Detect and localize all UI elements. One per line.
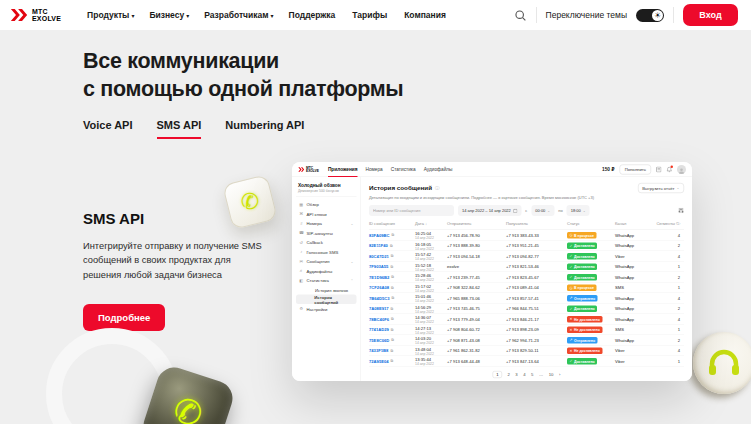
page-button[interactable]: 3 [515, 372, 517, 377]
copy-icon[interactable]: ⧉ [391, 285, 394, 290]
page-button[interactable]: 5 [531, 372, 533, 377]
table-row[interactable]: 82E11F40⧉ 16:18:0514 апр 2022 +7 913 888… [369, 241, 684, 252]
date-range-picker[interactable]: 14 апр 2022 – 14 апр 2022 [458, 205, 521, 216]
document-icon[interactable] [656, 166, 662, 172]
copy-icon[interactable]: ⧉ [390, 243, 393, 248]
copy-icon[interactable]: ⧉ [390, 264, 393, 269]
message-id-link[interactable]: 7CF26A08⧉ [369, 285, 415, 290]
avatar[interactable] [677, 165, 686, 174]
copy-icon[interactable]: ⧉ [391, 338, 394, 343]
sidebar-item[interactable]: ☎ SIP-аккаунты [296, 228, 357, 238]
logo-text: МТС EXOLVE [32, 8, 61, 23]
copy-icon[interactable]: ⧉ [391, 275, 394, 280]
nav-item[interactable]: Компания [404, 10, 448, 20]
table-row[interactable]: 7F903A55⧉ 15:52:1814 апр 2022 exolve +7 … [369, 262, 684, 273]
copy-icon[interactable]: ⧉ [391, 317, 394, 322]
message-id-link[interactable]: 7741AD29⧉ [369, 327, 415, 332]
search-input[interactable] [369, 205, 454, 216]
copy-icon[interactable]: ⧉ [392, 296, 395, 301]
sidebar-item[interactable]: ▦ Обзор [296, 200, 357, 210]
table-row[interactable]: 80C47D21⧉ 15:57:4214 апр 2022 +7 913 094… [369, 251, 684, 262]
copy-icon[interactable]: ⧉ [391, 327, 394, 332]
table-row[interactable]: 7CF26A08⧉ 15:17:0214 апр 2022 +7 908 322… [369, 283, 684, 294]
dashboard-nav-item[interactable]: Приложения [328, 162, 358, 177]
table-row[interactable]: 78BC40F6⧉ 14:36:0714 апр 2022 +7 913 779… [369, 314, 684, 325]
theme-toggle[interactable]: ☀ [636, 9, 664, 22]
sidebar-item[interactable]: ♬ Аудиофайлы [296, 266, 357, 276]
sidebar-item[interactable]: ⚙ Настройки [296, 304, 357, 314]
sidebar-item[interactable]: ✉ Сообщения ⌄ [296, 257, 357, 267]
message-id-link[interactable]: 7F903A55⧉ [369, 264, 415, 269]
table-body: 83FA09BC⧉ 16:25:0414 апр 2022 +7 913 456… [369, 230, 684, 367]
tab[interactable]: SMS API [157, 119, 202, 139]
nav-item[interactable]: Разработчикам ▾ [204, 10, 273, 20]
export-report-button[interactable]: Выгрузить отчёт ⌄ [638, 183, 684, 193]
page-button[interactable]: 4 [523, 372, 525, 377]
page-button[interactable]: 10 [549, 372, 554, 377]
status-cell: ✓Доставлено [567, 305, 615, 312]
sidebar-item-icon: ▦ [299, 202, 304, 207]
search-icon[interactable] [514, 9, 527, 22]
dashboard-nav-item[interactable]: Номера [365, 162, 382, 177]
dashboard-nav-item[interactable]: Аудиофайлы [424, 162, 453, 177]
login-button[interactable]: Вход [683, 4, 738, 26]
sender-cell: +7 913 888-39-80 [447, 243, 506, 248]
page-button[interactable]: 2 [507, 372, 509, 377]
message-id-link[interactable]: 75E8C06D⧉ [369, 338, 415, 343]
dashboard-logo[interactable]: МТС EXOLVE [298, 166, 319, 173]
message-id-link[interactable]: 7E1D96B2⧉ [369, 275, 415, 280]
nav-item[interactable]: Бизнесу ▾ [149, 10, 189, 20]
chevron-down-icon: ▾ [271, 12, 274, 19]
status-cell: ✓Доставлено [567, 263, 615, 270]
copy-icon[interactable]: ⧉ [392, 233, 395, 238]
message-id-link[interactable]: 83FA09BC⧉ [369, 233, 415, 238]
table-row[interactable]: 72A95E04⧉ 13:35:4414 апр 2022 +7 913 648… [369, 356, 684, 367]
table-row[interactable]: 7A08E917⧉ 14:56:2914 апр 2022 +7 913 745… [369, 304, 684, 315]
copy-icon[interactable]: ⧉ [390, 348, 393, 353]
table-row[interactable]: 7B64D5C3⧉ 15:01:4614 апр 2022 +7 965 888… [369, 293, 684, 304]
sidebar-item[interactable]: История звонков [296, 285, 357, 295]
table-row[interactable]: 7741AD29⧉ 14:27:1314 апр 2022 +7 908 804… [369, 325, 684, 336]
page-button[interactable]: … [539, 372, 543, 377]
theme-label: Переключение темы [546, 10, 627, 20]
sidebar-item[interactable]: ♪ Голосовые SMS [296, 247, 357, 257]
time-to-select[interactable]: 18:00⌄ [567, 205, 590, 216]
table-row[interactable]: 7433F1B8⧉ 13:48:0414 апр 2022 +7 961 862… [369, 346, 684, 357]
message-id-link[interactable]: 7433F1B8⧉ [369, 348, 415, 353]
nav-item[interactable]: Продукты ▾ [87, 10, 134, 20]
channel-cell: WhatsApp [615, 243, 656, 248]
sidebar-item[interactable]: # Номера ⌄ [296, 219, 357, 229]
dashboard-nav-item[interactable]: Статистика [391, 162, 416, 177]
message-id-link[interactable]: 82E11F40⧉ [369, 243, 415, 248]
more-button[interactable]: Подробнее [83, 304, 165, 331]
table-row[interactable]: 7E1D96B2⧉ 15:28:4614 апр 2022 +7 913 239… [369, 272, 684, 283]
sidebar-item[interactable]: ⌘ API ключи [296, 209, 357, 219]
message-id-link[interactable]: 80C47D21⧉ [369, 254, 415, 259]
copy-icon[interactable]: ⧉ [391, 306, 394, 311]
filter-settings-icon[interactable] [678, 208, 684, 214]
sidebar-item[interactable]: ↺ Callback [296, 238, 357, 248]
tab[interactable]: Numbering API [225, 119, 304, 139]
info-icon[interactable]: ⓘ [435, 185, 440, 192]
message-id-link[interactable]: 7A08E917⧉ [369, 306, 415, 311]
tab[interactable]: Voice API [83, 119, 133, 139]
message-id-link[interactable]: 7B64D5C3⧉ [369, 296, 415, 301]
message-id-link[interactable]: 78BC40F6⧉ [369, 317, 415, 322]
page-button[interactable]: 1 [493, 371, 502, 378]
copy-icon[interactable]: ⧉ [391, 359, 394, 364]
header-right: Переключение темы ☀ Вход [514, 4, 738, 26]
page-button[interactable]: › [559, 372, 560, 377]
sidebar-item[interactable]: История сообщений [296, 295, 357, 305]
column-header: Получатель [506, 222, 567, 227]
table-row[interactable]: 83FA09BC⧉ 16:25:0414 апр 2022 +7 913 456… [369, 230, 684, 241]
topup-button[interactable]: Пополнить [620, 164, 651, 174]
mts-exolve-logo[interactable]: МТС EXOLVE [10, 8, 61, 23]
time-from-select[interactable]: 00:00⌄ [531, 205, 554, 216]
sidebar-item[interactable]: ◧ Статистика ⌃ [296, 276, 357, 286]
bell-icon[interactable] [667, 166, 673, 172]
nav-item[interactable]: Поддержка [289, 10, 338, 20]
copy-icon[interactable]: ⧉ [391, 254, 394, 259]
table-row[interactable]: 75E8C06D⧉ 14:03:2014 апр 2022 +7 908 871… [369, 335, 684, 346]
message-id-link[interactable]: 72A95E04⧉ [369, 359, 415, 364]
nav-item[interactable]: Тарифы [352, 10, 389, 20]
